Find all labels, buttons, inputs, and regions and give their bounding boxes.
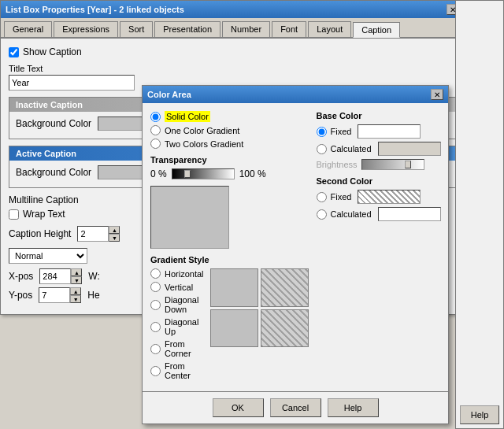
ok-button[interactable]: OK xyxy=(213,398,264,417)
diagonal-down-option[interactable]: Diagonal Down xyxy=(150,295,204,314)
horizontal-radio[interactable] xyxy=(150,268,161,279)
xpos-input[interactable] xyxy=(39,268,71,284)
caption-height-down[interactable]: ▼ xyxy=(109,234,120,242)
xpos-label: X-pos xyxy=(9,271,33,282)
ypos-down[interactable]: ▼ xyxy=(70,295,81,303)
active-bg-color[interactable] xyxy=(98,165,145,179)
brightness-label: Brightness xyxy=(317,160,358,169)
horizontal-label: Horizontal xyxy=(165,269,204,279)
diagonal-down-radio[interactable] xyxy=(150,300,161,310)
color-dialog-close-button[interactable]: ✕ xyxy=(431,89,443,100)
base-fixed-row[interactable]: Fixed xyxy=(317,124,441,139)
from-corner-option[interactable]: From Corner xyxy=(150,339,204,358)
second-calculated-row[interactable]: Calculated xyxy=(317,207,441,221)
transparency-slider[interactable] xyxy=(172,168,235,179)
vertical-option[interactable]: Vertical xyxy=(150,282,204,292)
fill-type-group: Solid Color One Color Gradient Two Color… xyxy=(150,111,309,149)
one-gradient-radio[interactable] xyxy=(150,125,161,135)
xpos-down[interactable]: ▼ xyxy=(71,276,82,284)
solid-color-radio[interactable] xyxy=(150,112,161,122)
gradient-style-section: Gradient Style Horizontal Vertical xyxy=(150,255,309,383)
one-gradient-option[interactable]: One Color Gradient xyxy=(150,125,309,135)
base-fixed-radio[interactable] xyxy=(317,127,327,137)
dialog-buttons: OK Cancel Help xyxy=(143,391,448,423)
normal-dropdown[interactable]: Normal xyxy=(9,248,87,264)
tab-expressions[interactable]: Expressions xyxy=(54,21,118,37)
inactive-bg-color[interactable] xyxy=(98,116,145,131)
help-button[interactable]: Help xyxy=(328,398,379,417)
base-fixed-label: Fixed xyxy=(331,127,352,136)
color-dialog-title: Color Area xyxy=(147,90,191,99)
brightness-thumb xyxy=(405,161,411,168)
caption-height-label: Caption Height xyxy=(9,228,71,239)
transparency-min: 0 % xyxy=(150,168,167,179)
diagonal-up-label: Diagonal Up xyxy=(165,317,204,336)
second-fixed-radio[interactable] xyxy=(317,192,327,202)
gradient-cell-3[interactable] xyxy=(210,309,258,348)
caption-height-input[interactable] xyxy=(77,226,109,242)
second-fixed-color-input[interactable] xyxy=(358,190,421,204)
base-calculated-row[interactable]: Calculated xyxy=(317,142,441,156)
two-gradient-radio[interactable] xyxy=(150,139,161,149)
ypos-label: Y-pos xyxy=(9,290,32,301)
second-fixed-label: Fixed xyxy=(331,192,352,202)
ypos-input[interactable] xyxy=(39,287,70,303)
diagonal-down-label: Diagonal Down xyxy=(165,295,204,314)
second-fixed-row[interactable]: Fixed xyxy=(317,190,441,204)
cancel-button[interactable]: Cancel xyxy=(270,398,321,417)
second-calculated-color-input[interactable] xyxy=(378,207,441,221)
diagonal-up-radio[interactable] xyxy=(150,322,161,332)
from-center-option[interactable]: From Center xyxy=(150,361,204,380)
two-gradient-option[interactable]: Two Colors Gradient xyxy=(150,139,309,149)
title-text-label: Title Text xyxy=(9,64,456,73)
solid-color-option[interactable]: Solid Color xyxy=(150,111,309,122)
wrap-text-checkbox[interactable] xyxy=(9,209,19,220)
base-fixed-color-input[interactable] xyxy=(358,124,421,139)
xpos-up[interactable]: ▲ xyxy=(71,268,82,276)
from-corner-radio[interactable] xyxy=(150,344,161,354)
base-color-label: Base Color xyxy=(317,111,441,120)
gradient-cell-1[interactable] xyxy=(210,268,258,307)
right-help-button[interactable]: Help xyxy=(460,405,499,424)
vertical-radio[interactable] xyxy=(150,282,161,292)
gradient-cell-4[interactable] xyxy=(261,309,309,348)
second-calculated-radio[interactable] xyxy=(317,209,327,220)
ypos-up[interactable]: ▲ xyxy=(70,287,81,295)
from-center-radio[interactable] xyxy=(150,366,161,376)
tab-sort[interactable]: Sort xyxy=(120,21,153,37)
tab-general[interactable]: General xyxy=(4,21,52,37)
from-corner-label: From Corner xyxy=(165,339,204,358)
tab-font[interactable]: Font xyxy=(272,21,306,37)
diagonal-up-option[interactable]: Diagonal Up xyxy=(150,317,204,336)
caption-height-up[interactable]: ▲ xyxy=(109,226,120,234)
main-title-bar: List Box Properties [Year] - 2 linked ob… xyxy=(1,1,464,18)
tab-number[interactable]: Number xyxy=(222,21,270,37)
gradient-preview-grid xyxy=(210,268,309,347)
gradient-radio-col: Horizontal Vertical Diagonal Down xyxy=(150,268,204,383)
base-calculated-color-input[interactable] xyxy=(378,142,441,156)
horizontal-option[interactable]: Horizontal xyxy=(150,268,204,279)
tab-layout[interactable]: Layout xyxy=(308,21,351,37)
base-calculated-label: Calculated xyxy=(331,144,372,153)
vertical-label: Vertical xyxy=(165,283,193,292)
left-col: Solid Color One Color Gradient Two Color… xyxy=(150,111,309,383)
solid-color-label: Solid Color xyxy=(165,111,210,122)
base-calculated-radio[interactable] xyxy=(317,144,327,154)
show-caption-row: Show Caption xyxy=(9,46,456,57)
ypos-spinner: ▲ ▼ xyxy=(39,287,81,303)
brightness-row: Brightness xyxy=(317,159,441,170)
gradient-style-label: Gradient Style xyxy=(150,255,309,264)
gradient-cell-2[interactable] xyxy=(261,268,309,307)
title-text-input[interactable] xyxy=(9,75,135,91)
brightness-slider[interactable] xyxy=(361,159,424,170)
inactive-bg-label: Background Color xyxy=(16,118,91,129)
show-caption-checkbox[interactable] xyxy=(9,47,19,57)
tab-presentation[interactable]: Presentation xyxy=(154,21,220,37)
one-gradient-label: One Color Gradient xyxy=(165,126,239,135)
main-window-title: List Box Properties [Year] - 2 linked ob… xyxy=(6,5,184,14)
right-panel: Help xyxy=(455,0,504,429)
tab-caption[interactable]: Caption xyxy=(353,22,400,38)
caption-height-spinner: ▲ ▼ xyxy=(77,226,120,242)
from-center-label: From Center xyxy=(165,361,204,380)
transparency-label: Transparency xyxy=(150,155,309,165)
